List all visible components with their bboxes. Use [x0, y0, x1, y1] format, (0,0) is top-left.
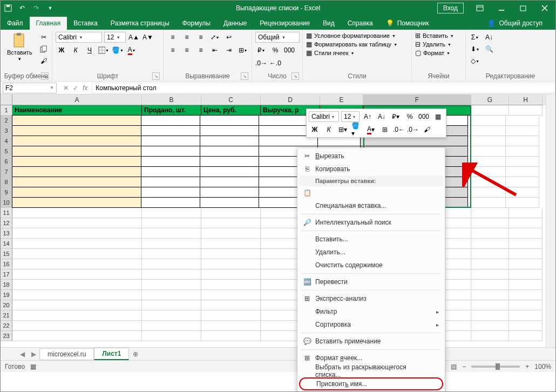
login-button[interactable]: Вход — [437, 3, 464, 13]
cell[interactable] — [201, 310, 261, 321]
cell[interactable] — [471, 290, 509, 300]
col-header-H[interactable]: H — [509, 94, 543, 105]
cell[interactable] — [142, 269, 201, 280]
ctx-copy[interactable]: ⎘Копировать — [299, 163, 443, 175]
align-center-button[interactable]: ≡ — [181, 45, 193, 56]
mini-dec-decimal[interactable]: .0← — [393, 124, 405, 135]
tab-help[interactable]: Справка — [341, 17, 379, 30]
cell[interactable] — [509, 269, 543, 280]
maximize-button[interactable] — [512, 1, 534, 16]
col-header-F[interactable]: F — [363, 94, 471, 105]
sheet-nav-prev[interactable]: ◀ — [17, 350, 28, 358]
delete-cells-button[interactable]: ⊟Удалить▼ — [415, 40, 451, 48]
add-sheet-button[interactable]: ⊕ — [129, 348, 142, 360]
cell[interactable] — [468, 136, 506, 146]
ctx-define-name[interactable]: Присвоить имя... — [299, 377, 443, 390]
cell[interactable] — [471, 280, 509, 290]
cell[interactable] — [471, 218, 509, 228]
cell[interactable] — [201, 239, 261, 249]
cell[interactable] — [471, 239, 509, 249]
cell[interactable] — [12, 187, 141, 198]
ctx-translate[interactable]: 🔤Перевести — [299, 275, 443, 288]
row-header-4[interactable]: 4 — [1, 136, 12, 146]
ctx-clear[interactable]: Очистить содержимое — [299, 259, 443, 272]
ctx-comment[interactable]: 💬Вставить примечание — [299, 335, 443, 348]
zoom-out-button[interactable]: − — [462, 363, 466, 370]
cell[interactable] — [142, 310, 201, 321]
col-header-A[interactable]: A — [12, 94, 142, 105]
conditional-format-button[interactable]: ▦Условное форматирование▼ — [306, 32, 396, 39]
cell[interactable] — [471, 249, 509, 259]
cell[interactable] — [141, 156, 200, 167]
tab-data[interactable]: Данные — [217, 17, 253, 30]
cell[interactable] — [12, 280, 142, 290]
cell[interactable] — [468, 157, 506, 167]
cell[interactable] — [200, 197, 259, 208]
mini-borders[interactable]: ⊞▾ — [337, 124, 349, 135]
cell[interactable] — [506, 157, 539, 167]
fill-color-button[interactable]: 🪣▼ — [112, 45, 124, 56]
align-middle-button[interactable]: ≡ — [181, 32, 193, 43]
comma-button[interactable]: 000 — [283, 45, 295, 56]
ctx-format-cells[interactable]: ⊞Формат ячеек... — [299, 352, 443, 364]
row-header-12[interactable]: 12 — [1, 218, 12, 228]
vertical-scrollbar[interactable] — [546, 94, 555, 347]
ctx-cut[interactable]: ✂Вырезать — [299, 150, 443, 163]
col-header-G[interactable]: G — [471, 94, 509, 105]
currency-button[interactable]: ₽▼ — [255, 45, 267, 56]
cell[interactable] — [506, 187, 539, 198]
cell[interactable] — [142, 239, 201, 249]
row-header-6[interactable]: 6 — [1, 157, 12, 167]
col-header-E[interactable]: E — [320, 94, 363, 105]
row-header-17[interactable]: 17 — [1, 269, 12, 280]
cut-button[interactable]: ✂ — [38, 32, 50, 43]
cell[interactable] — [12, 269, 142, 280]
cell[interactable] — [200, 136, 259, 146]
mini-bold[interactable]: Ж — [309, 124, 321, 135]
sheet-tab-2[interactable]: Лист1 — [94, 348, 129, 360]
cell[interactable] — [141, 136, 200, 146]
font-color-button[interactable]: A▼ — [126, 45, 138, 56]
cell[interactable] — [12, 177, 141, 187]
cell[interactable] — [509, 280, 543, 290]
percent-button[interactable]: % — [269, 45, 281, 56]
orientation-button[interactable]: ⤢▼ — [209, 32, 221, 43]
cell[interactable] — [141, 197, 200, 208]
decrease-decimal-button[interactable]: ←.0 — [269, 58, 281, 69]
align-right-button[interactable]: ≡ — [195, 45, 207, 56]
mini-fill-color[interactable]: 🪣▾ — [351, 124, 363, 135]
ctx-smart-lookup[interactable]: 🔎Интеллектуальный поиск — [299, 216, 443, 229]
mini-increase-font[interactable]: A↑ — [362, 111, 374, 122]
find-button[interactable]: 🔍 — [483, 44, 495, 55]
mini-font-color[interactable]: A▾ — [365, 124, 377, 135]
cell[interactable]: Наименование — [12, 105, 142, 116]
cell[interactable] — [468, 116, 506, 126]
ctx-paste-special[interactable]: Специальная вставка... — [299, 199, 443, 212]
row-header-7[interactable]: 7 — [1, 167, 12, 177]
cell[interactable] — [509, 239, 543, 249]
macro-icon[interactable]: ▦ — [30, 363, 36, 370]
cells-area[interactable]: НаименованиеПродано, шт.Цена, руб.Выручк… — [12, 105, 546, 341]
cell[interactable] — [471, 310, 509, 321]
tab-layout[interactable]: Разметка страницы — [104, 17, 176, 30]
row-header-15[interactable]: 15 — [1, 249, 12, 259]
cell[interactable] — [468, 177, 506, 187]
cell[interactable] — [12, 197, 141, 208]
cell[interactable] — [471, 259, 509, 269]
cell[interactable] — [142, 249, 201, 259]
cell[interactable] — [471, 105, 509, 116]
mini-format-painter[interactable]: ▦ — [432, 111, 444, 122]
number-launcher[interactable]: ↘ — [291, 72, 299, 80]
cell[interactable]: Продано, шт. — [142, 105, 201, 116]
row-header-1[interactable]: 1 — [1, 105, 12, 116]
row-header-3[interactable]: 3 — [1, 126, 12, 136]
tab-home[interactable]: Главная — [30, 17, 67, 30]
tab-formulas[interactable]: Формулы — [176, 17, 217, 30]
cell[interactable] — [141, 166, 200, 177]
cell[interactable] — [12, 156, 141, 167]
cell[interactable] — [509, 321, 543, 331]
cell[interactable] — [201, 228, 261, 239]
fill-button[interactable]: ⬇▼ — [469, 44, 481, 55]
increase-indent-button[interactable]: ⇥ — [223, 45, 235, 56]
cell[interactable] — [12, 218, 142, 228]
